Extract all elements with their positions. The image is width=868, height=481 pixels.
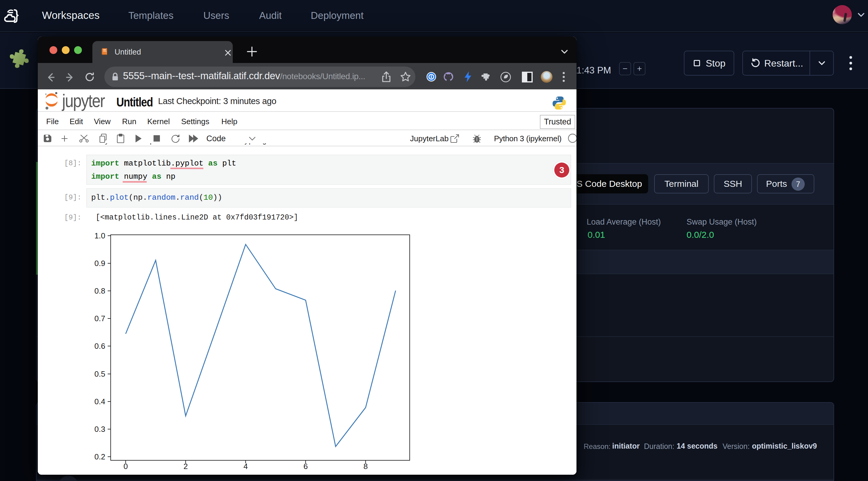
svg-text:1.0: 1.0: [94, 231, 105, 240]
svg-text:0.6: 0.6: [94, 342, 105, 351]
svg-text:JupyterLab: JupyterLab: [410, 134, 449, 143]
svg-text:Code: Code: [206, 134, 226, 143]
svg-text:4: 4: [244, 462, 248, 471]
svg-text:0.3: 0.3: [94, 425, 105, 434]
svg-text:0.4: 0.4: [94, 397, 105, 406]
svg-text:0: 0: [124, 462, 128, 471]
svg-text:0.8: 0.8: [94, 286, 105, 295]
svg-text:8: 8: [364, 462, 368, 471]
svg-text:0.5: 0.5: [94, 370, 105, 379]
svg-text:0.2: 0.2: [94, 452, 105, 461]
svg-text:0.9: 0.9: [94, 259, 105, 268]
svg-text:6: 6: [304, 462, 308, 471]
svg-text:2: 2: [184, 462, 188, 471]
svg-text:Python 3 (ipykernel): Python 3 (ipykernel): [494, 134, 561, 143]
svg-text:0.7: 0.7: [94, 314, 105, 323]
